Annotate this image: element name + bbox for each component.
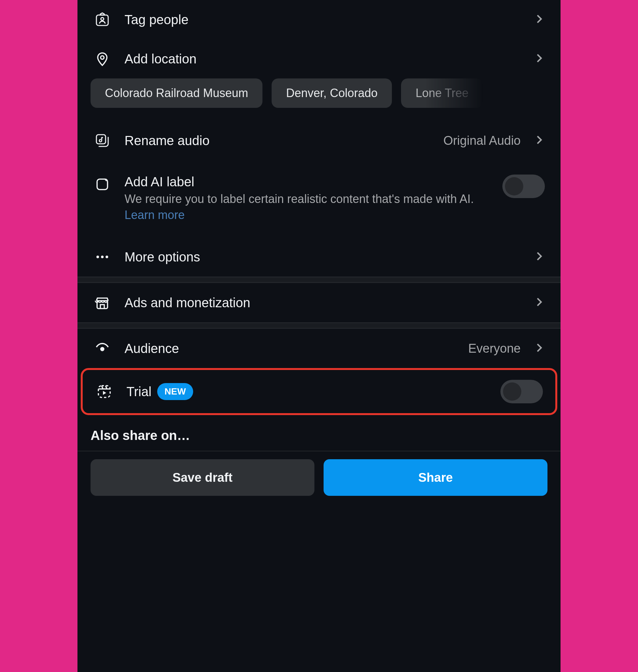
- ai-label-title: Add AI label: [124, 174, 492, 189]
- audio-icon: [90, 133, 114, 148]
- save-draft-button[interactable]: Save draft: [90, 459, 315, 496]
- svg-point-1: [101, 18, 104, 21]
- tag-people-label: Tag people: [124, 13, 523, 27]
- ai-label-desc: We require you to label certain realisti…: [124, 191, 492, 223]
- tag-people-row[interactable]: Tag people: [78, 0, 560, 39]
- location-pin-icon: [90, 51, 114, 67]
- new-badge: NEW: [157, 383, 193, 400]
- ai-label-text: Add AI label We require you to label cer…: [124, 174, 492, 223]
- tag-people-icon: [90, 12, 114, 28]
- location-suggestions: Colorado Railroad Museum Denver, Colorad…: [78, 79, 560, 121]
- chevron-right-icon: [534, 53, 545, 65]
- bottom-action-bar: Save draft Share: [78, 451, 560, 509]
- more-options-label: More options: [124, 250, 523, 265]
- svg-point-2: [101, 56, 104, 59]
- rename-audio-row[interactable]: Rename audio Original Audio: [78, 121, 560, 160]
- audience-row[interactable]: Audience Everyone: [78, 329, 560, 368]
- post-settings-screen: Tag people Add location Colorado Railroa…: [78, 0, 560, 672]
- ai-label-toggle[interactable]: [502, 174, 545, 198]
- location-chip[interactable]: Lone Tree: [401, 79, 483, 108]
- ads-monetization-row[interactable]: Ads and monetization: [78, 283, 560, 322]
- svg-point-8: [100, 347, 105, 351]
- trial-toggle[interactable]: [500, 380, 543, 403]
- ai-label-desc-text: We require you to label certain realisti…: [124, 192, 474, 206]
- add-location-row[interactable]: Add location: [78, 39, 560, 79]
- trial-row: Trial NEW: [83, 370, 555, 413]
- ads-monetization-label: Ads and monetization: [124, 296, 523, 310]
- more-options-row[interactable]: More options: [78, 237, 560, 276]
- chevron-right-icon: [534, 342, 545, 355]
- share-button[interactable]: Share: [323, 459, 548, 496]
- section-divider: [78, 322, 560, 329]
- ai-label-row: Add AI label We require you to label cer…: [78, 160, 560, 237]
- chevron-right-icon: [534, 134, 545, 147]
- rename-audio-value: Original Audio: [443, 134, 521, 148]
- trial-label: Trial: [127, 384, 151, 399]
- audience-label: Audience: [124, 341, 457, 356]
- also-share-on-title: Also share on…: [78, 415, 560, 451]
- shop-icon: [90, 295, 114, 310]
- ai-sparkle-icon: [90, 176, 114, 191]
- add-location-label: Add location: [124, 52, 523, 66]
- svg-point-7: [105, 256, 108, 258]
- location-chip[interactable]: Denver, Colorado: [272, 79, 392, 108]
- chevron-right-icon: [534, 13, 545, 26]
- location-chip[interactable]: Colorado Railroad Museum: [90, 79, 263, 108]
- trial-reel-icon: [93, 384, 116, 399]
- svg-rect-3: [97, 135, 105, 144]
- rename-audio-label: Rename audio: [124, 133, 433, 148]
- chevron-right-icon: [534, 297, 545, 309]
- learn-more-link[interactable]: Learn more: [124, 208, 185, 222]
- chevron-right-icon: [534, 251, 545, 263]
- svg-point-5: [97, 256, 99, 258]
- audience-value: Everyone: [468, 341, 521, 356]
- svg-point-6: [101, 256, 104, 258]
- trial-highlight: Trial NEW: [81, 368, 557, 415]
- section-divider: [78, 276, 560, 283]
- more-dots-icon: [90, 249, 114, 265]
- eye-icon: [90, 340, 114, 356]
- svg-rect-9: [98, 386, 110, 398]
